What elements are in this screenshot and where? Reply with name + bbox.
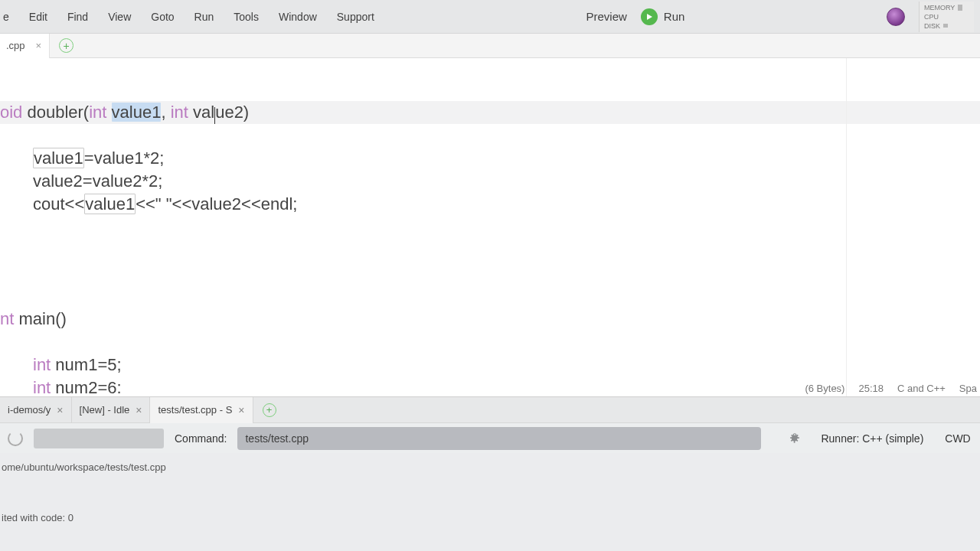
code-line — [0, 285, 980, 308]
close-icon[interactable]: × — [57, 404, 63, 416]
menu-find[interactable]: Find — [57, 0, 98, 34]
console-line: ited with code: 0 — [2, 511, 980, 525]
cwd-selector[interactable]: CWD — [945, 432, 970, 445]
menu-run[interactable]: Run — [185, 0, 224, 34]
resource-panel[interactable]: MEMORY CPU DISK — [919, 2, 974, 32]
bug-icon[interactable] — [787, 431, 802, 446]
code-line: cout<<value1<<" "<<value2<<endl; — [0, 193, 980, 216]
resource-memory-label: MEMORY — [924, 3, 955, 12]
resource-disk-label: DISK — [924, 21, 940, 31]
command-label: Command: — [175, 432, 227, 445]
menu-view[interactable]: View — [98, 0, 141, 34]
code-line — [0, 216, 980, 239]
code-line: value2=value2*2; — [0, 170, 980, 193]
close-icon[interactable]: × — [36, 40, 42, 51]
runner-bar: Command: Runner: C++ (simple) CWD — [0, 422, 980, 453]
code-line — [0, 239, 980, 262]
runner-selector[interactable]: Runner: C++ (simple) — [821, 432, 923, 445]
avatar[interactable] — [887, 8, 905, 26]
menu-tools[interactable]: Tools — [224, 0, 269, 34]
editor-tab-cpp[interactable]: .cpp × — [0, 34, 50, 58]
console-output[interactable]: ome/ubuntu/workspace/tests/test.cpp ited… — [0, 453, 980, 551]
terminal-tab-tests[interactable]: tests/test.cpp - S × — [150, 397, 253, 423]
code-line: int num1=5; — [0, 354, 980, 377]
add-tab-button[interactable]: + — [59, 38, 74, 53]
preview-button[interactable]: Preview — [586, 10, 626, 23]
spinner-icon[interactable] — [8, 431, 23, 446]
menu-list: e Edit Find View Goto Run Tools Window S… — [0, 0, 384, 34]
terminal-tab-label: i-demos/y — [8, 404, 51, 416]
close-icon[interactable]: × — [238, 404, 244, 416]
code-line: oid doubler(int value1, int value2) — [0, 101, 980, 124]
resource-cpu-label: CPU — [924, 12, 939, 21]
terminal-tab-label: [New] - Idle — [80, 404, 130, 416]
menu-edit[interactable]: Edit — [19, 0, 57, 34]
status-bar: (6 Bytes) 25:18 C and C++ Spa — [805, 380, 980, 396]
menu-goto[interactable]: Goto — [141, 0, 184, 34]
terminal-tab-label: tests/test.cpp - S — [158, 404, 232, 416]
play-icon — [641, 8, 658, 25]
run-label: Run — [664, 10, 685, 23]
runner-name-field[interactable] — [34, 429, 164, 448]
code-line — [0, 262, 980, 285]
terminal-tabstrip: i-demos/y × [New] - Idle × tests/test.cp… — [0, 396, 980, 422]
menubar: e Edit Find View Goto Run Tools Window S… — [0, 0, 980, 34]
status-language[interactable]: C and C++ — [897, 383, 946, 394]
print-margin — [846, 58, 847, 396]
status-cursor[interactable]: 25:18 — [858, 383, 884, 394]
status-bytes: (6 Bytes) — [805, 383, 844, 394]
center-actions: Preview Run — [384, 8, 887, 25]
editor-tab-label: .cpp — [6, 40, 25, 51]
code-line — [0, 124, 980, 147]
status-spaces[interactable]: Spa — [959, 383, 977, 394]
code-line: value1=value1*2; — [0, 147, 980, 170]
menu-support[interactable]: Support — [327, 0, 384, 34]
add-terminal-button[interactable]: + — [263, 403, 276, 417]
menu-file[interactable]: e — [0, 0, 19, 34]
terminal-tab-new[interactable]: [New] - Idle × — [72, 397, 151, 423]
code-line: nt main() — [0, 308, 980, 331]
close-icon[interactable]: × — [136, 404, 142, 416]
code-editor[interactable]: oid doubler(int value1, int value2) valu… — [0, 58, 980, 396]
menu-window[interactable]: Window — [269, 0, 327, 34]
editor-tabstrip: .cpp × + — [0, 34, 980, 58]
right-bar: MEMORY CPU DISK — [887, 2, 974, 32]
run-button[interactable]: Run — [641, 8, 685, 25]
command-input[interactable] — [237, 427, 761, 450]
code-line — [0, 331, 980, 354]
console-line: ome/ubuntu/workspace/tests/test.cpp — [2, 461, 980, 474]
terminal-tab-demos[interactable]: i-demos/y × — [0, 397, 72, 423]
svg-marker-0 — [647, 14, 652, 20]
